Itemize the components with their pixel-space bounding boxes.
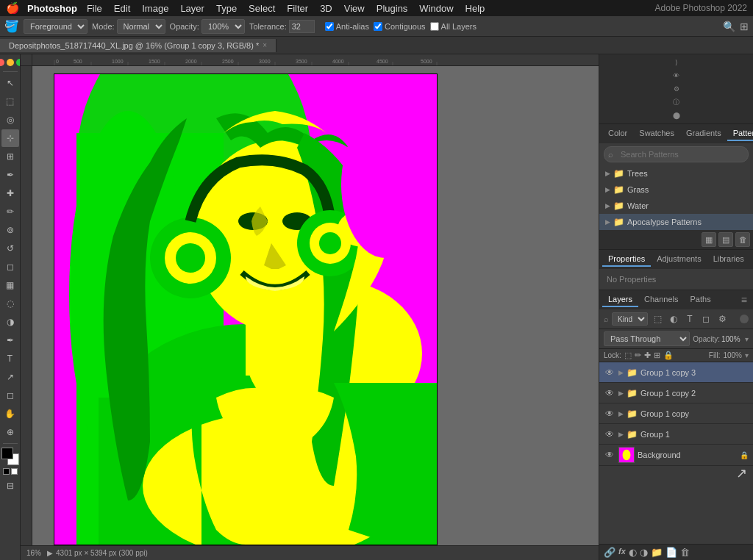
- layers-group-button[interactable]: 📁: [651, 547, 663, 558]
- water-collapse-arrow[interactable]: ▶: [605, 202, 610, 209]
- document-tab[interactable]: Depositphotos_518717440_XL.jpg @ 16% (Gr…: [0, 39, 276, 52]
- patterns-search-input[interactable]: [604, 146, 749, 162]
- tolerance-input[interactable]: [289, 20, 315, 33]
- standard-screen-btn[interactable]: [11, 468, 18, 475]
- menu-select[interactable]: Select: [243, 2, 280, 15]
- layer-visibility-group1copy2[interactable]: 👁: [604, 387, 615, 399]
- tab-properties[interactable]: Properties: [602, 252, 651, 267]
- path-select-tool[interactable]: ↗: [1, 368, 19, 386]
- menu-window[interactable]: Window: [414, 2, 458, 15]
- layers-smart-filter-button[interactable]: ⚙: [715, 312, 729, 326]
- tab-adjustments[interactable]: Adjustments: [651, 252, 707, 267]
- pattern-group-apocalypse[interactable]: ▶ 📁 Apocalypse Patterns: [599, 214, 753, 230]
- anti-alias-checkbox[interactable]: [325, 22, 334, 31]
- dodge-tool[interactable]: ◑: [1, 313, 19, 331]
- trees-collapse-arrow[interactable]: ▶: [605, 170, 610, 177]
- layers-adjustment-button[interactable]: ◑: [640, 547, 648, 558]
- color-swatches[interactable]: [1, 448, 19, 465]
- history-brush[interactable]: ↺: [1, 240, 19, 257]
- screen-mode-button[interactable]: ⊟: [1, 477, 19, 495]
- layer-visibility-group1copy3[interactable]: 👁: [604, 367, 615, 378]
- patterns-delete-button[interactable]: 🗑: [735, 232, 750, 247]
- gradient-tool[interactable]: ▦: [1, 276, 19, 294]
- tab-layers[interactable]: Layers: [602, 292, 638, 307]
- layer-expand-group1copy2[interactable]: ▶: [618, 390, 624, 397]
- opacity-select[interactable]: 100%: [201, 19, 245, 34]
- pattern-group-water[interactable]: ▶ 📁 Water: [599, 198, 753, 214]
- pattern-group-grass[interactable]: ▶ 📁 Grass: [599, 182, 753, 198]
- search-icon[interactable]: 🔍: [723, 21, 735, 32]
- close-window-button[interactable]: [0, 59, 4, 66]
- layer-expand-group1copy[interactable]: ▶: [618, 410, 624, 417]
- layers-kind-select[interactable]: Kind: [612, 312, 648, 326]
- menu-layer[interactable]: Layer: [175, 2, 210, 15]
- panel-info-icon[interactable]: ⓘ: [671, 97, 682, 107]
- type-tool[interactable]: T: [1, 350, 19, 367]
- layers-panel-menu-button[interactable]: ≡: [738, 294, 750, 306]
- panel-expand-icon[interactable]: ⟩: [671, 57, 682, 68]
- minimize-window-button[interactable]: [7, 59, 14, 66]
- clone-tool[interactable]: ⊚: [1, 221, 19, 239]
- menu-3d[interactable]: 3D: [315, 2, 338, 15]
- crop-tool[interactable]: ⊞: [1, 148, 19, 165]
- panel-mask-icon[interactable]: ⬤: [671, 110, 682, 121]
- tab-paths[interactable]: Paths: [685, 292, 717, 307]
- eyedropper-tool[interactable]: ✒: [1, 166, 19, 184]
- pen-tool[interactable]: ✒: [1, 331, 19, 349]
- layer-visibility-background[interactable]: 👁: [604, 449, 615, 461]
- tab-channels[interactable]: Channels: [638, 292, 684, 307]
- foreground-color-swatch[interactable]: [1, 448, 13, 459]
- tab-close-button[interactable]: ×: [263, 41, 267, 49]
- layer-group1copy2[interactable]: 👁 ▶ 📁 Group 1 copy 2: [599, 383, 753, 403]
- layer-visibility-group1[interactable]: 👁: [604, 428, 615, 440]
- menu-file[interactable]: File: [82, 2, 107, 15]
- lock-transparency-button[interactable]: ⬚: [624, 351, 632, 360]
- menu-edit[interactable]: Edit: [109, 2, 135, 15]
- tab-swatches[interactable]: Swatches: [633, 126, 680, 141]
- layers-fx-button[interactable]: fx: [618, 547, 626, 558]
- layer-background[interactable]: 👁 Background 🔒: [599, 445, 753, 466]
- apocalypse-collapse-arrow[interactable]: ▶: [605, 218, 610, 226]
- grass-collapse-arrow[interactable]: ▶: [605, 186, 610, 193]
- lock-pixels-button[interactable]: ✏: [635, 351, 641, 360]
- tab-patterns[interactable]: Patterns: [727, 126, 753, 141]
- layers-pixel-filter-button[interactable]: ⬚: [651, 312, 664, 326]
- layers-filter-toggle[interactable]: [740, 315, 749, 323]
- lasso-tool[interactable]: ◎: [1, 111, 19, 129]
- panel-eye-icon[interactable]: 👁: [671, 71, 682, 81]
- menu-view[interactable]: View: [339, 2, 370, 15]
- hand-tool[interactable]: ✋: [1, 405, 19, 423]
- layer-group1[interactable]: 👁 ▶ 📁 Group 1: [599, 424, 753, 445]
- healing-tool[interactable]: ✚: [1, 184, 19, 202]
- layer-group1copy[interactable]: 👁 ▶ 📁 Group 1 copy: [599, 403, 753, 424]
- layer-group1copy3[interactable]: 👁 ▶ 📁 Group 1 copy 3: [599, 362, 753, 383]
- tab-color[interactable]: Color: [602, 126, 633, 141]
- panel-settings-icon[interactable]: ⚙: [671, 84, 682, 94]
- blend-mode-select[interactable]: Pass Through: [604, 331, 690, 346]
- layer-expand-group1[interactable]: ▶: [618, 431, 624, 438]
- apple-menu[interactable]: 🍎: [6, 1, 20, 15]
- lock-all-button[interactable]: 🔒: [663, 351, 674, 360]
- layers-delete-button[interactable]: 🗑: [680, 547, 690, 558]
- move-tool[interactable]: ↖: [1, 74, 19, 92]
- foreground-select[interactable]: Foreground: [24, 19, 88, 34]
- tab-libraries[interactable]: Libraries: [707, 252, 750, 267]
- layer-visibility-group1copy[interactable]: 👁: [604, 408, 615, 420]
- lock-position-button[interactable]: ✚: [644, 351, 651, 360]
- contiguous-checkbox[interactable]: [374, 22, 382, 31]
- all-layers-checkbox[interactable]: [430, 22, 439, 31]
- menu-help[interactable]: Help: [460, 2, 490, 15]
- eraser-tool[interactable]: ◻: [1, 258, 19, 276]
- zoom-tool[interactable]: ⊕: [1, 423, 19, 441]
- quick-mask-btn[interactable]: [3, 468, 10, 475]
- menu-image[interactable]: Image: [137, 2, 174, 15]
- menu-type[interactable]: Type: [211, 2, 242, 15]
- properties-panel-menu-button[interactable]: ≡: [750, 254, 753, 265]
- brush-tool[interactable]: ✏: [1, 203, 19, 220]
- lock-artboard-button[interactable]: ⊞: [654, 351, 660, 360]
- marquee-tool[interactable]: ⬚: [1, 93, 19, 110]
- fill-dropdown-arrow[interactable]: ▾: [745, 351, 749, 359]
- layer-expand-group1copy3[interactable]: ▶: [618, 369, 624, 376]
- blur-tool[interactable]: ◌: [1, 295, 19, 312]
- layers-type-filter-button[interactable]: T: [683, 312, 696, 326]
